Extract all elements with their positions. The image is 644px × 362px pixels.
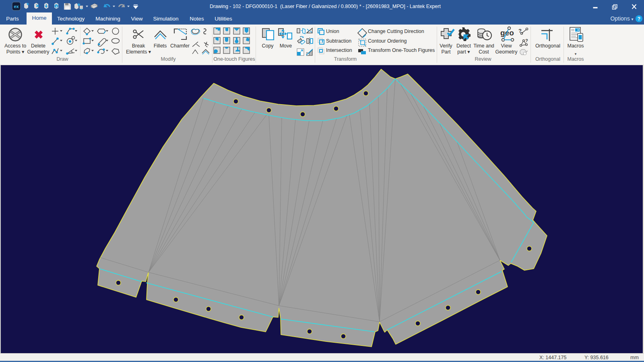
svg-text:i: i xyxy=(56,5,57,8)
svg-text:ex: ex xyxy=(14,4,19,9)
svg-text:?: ? xyxy=(638,16,640,22)
svg-text:?: ? xyxy=(525,38,528,43)
svg-text:?: ? xyxy=(518,28,522,34)
